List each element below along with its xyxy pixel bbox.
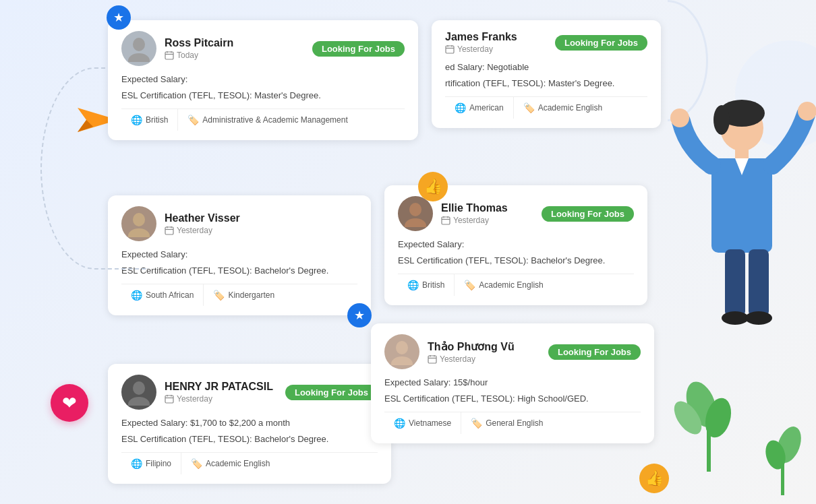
- svg-point-24: [396, 341, 408, 354]
- card-henry[interactable]: HENRY JR PATACSIL Yesterday Looking For …: [108, 364, 391, 484]
- cards-area: Ross Pitcairn Today Looking For Jobs Exp…: [108, 13, 674, 504]
- tag-specialty-heather: 🏷️ Kindergarten: [204, 284, 284, 306]
- card-header-ross: Ross Pitcairn Today Looking For Jobs: [121, 31, 405, 66]
- svg-rect-4: [165, 52, 173, 59]
- name-heather: Heather Visser: [165, 212, 357, 224]
- title-group-ross: Ross Pitcairn Today: [165, 37, 304, 60]
- tags-henry: 🌐 Filipino 🏷️ Academic English: [121, 452, 378, 474]
- globe-icon-heather: 🌐: [131, 290, 142, 301]
- illustration-figure: [668, 40, 816, 499]
- tag-specialty-ross: 🏷️ Administrative & Academic Management: [178, 109, 357, 131]
- svg-point-43: [798, 102, 816, 121]
- star-badge-mid: ★: [347, 303, 372, 327]
- salary-james: ed Salary: Negotiable: [445, 61, 647, 74]
- tag-icon-james: 🏷️: [523, 102, 535, 113]
- calendar-icon-henry: [165, 394, 174, 404]
- tag-icon-heather: 🏷️: [213, 290, 225, 301]
- heart-badge: ❤: [51, 384, 88, 422]
- svg-rect-52: [707, 418, 711, 472]
- card-thao[interactable]: Thảo Phương Vũ Yesterday Looking For Job…: [371, 323, 654, 443]
- tags-james: 🌐 American 🏷️ Academic English: [445, 96, 647, 119]
- tag-specialty-james: 🏷️ Academic English: [514, 97, 612, 119]
- tags-thao: 🌐 Vietnamese 🏷️ General English: [384, 412, 641, 434]
- card-header-thao: Thảo Phương Vũ Yesterday Looking For Job…: [384, 334, 641, 369]
- name-henry: HENRY JR PATACSIL: [165, 381, 277, 393]
- calendar-icon-ellie: [441, 216, 450, 225]
- svg-point-19: [405, 218, 426, 227]
- card-ross[interactable]: Ross Pitcairn Today Looking For Jobs Exp…: [108, 20, 418, 140]
- tag-nationality-ellie: 🌐 British: [398, 274, 455, 296]
- body-ross: Expected Salary: ESL Certification (TEFL…: [121, 73, 405, 102]
- svg-rect-55: [781, 455, 784, 495]
- card-header-heather: Heather Visser Yesterday: [121, 206, 357, 241]
- date-ross: Today: [165, 51, 304, 60]
- avatar-ellie: [398, 196, 433, 231]
- svg-point-42: [670, 108, 689, 127]
- thumbs-up-badge-bottom: 👍: [639, 464, 669, 493]
- badge-thao: Looking For Jobs: [548, 344, 641, 360]
- date-james: Yesterday: [445, 44, 547, 54]
- date-ellie: Yesterday: [441, 216, 533, 225]
- tag-specialty-henry: 🏷️ Academic English: [181, 453, 279, 474]
- tag-specialty-ellie: 🏷️ Academic English: [455, 274, 552, 296]
- date-heather: Yesterday: [165, 226, 357, 235]
- tags-ross: 🌐 British 🏷️ Administrative & Academic M…: [121, 108, 405, 131]
- star-badge-top: ★: [107, 5, 131, 30]
- title-group-heather: Heather Visser Yesterday: [165, 212, 357, 235]
- salary-henry: Expected Salary: $1,700 to $2,200 a mont…: [121, 416, 378, 430]
- tag-icon-ellie: 🏷️: [464, 280, 475, 290]
- badge-ellie: Looking For Jobs: [542, 206, 634, 222]
- body-henry: Expected Salary: $1,700 to $2,200 a mont…: [121, 416, 378, 445]
- svg-point-31: [128, 397, 150, 406]
- cert-james: rtification (TEFL, TESOL): Master's Degr…: [445, 77, 647, 90]
- badge-james: Looking For Jobs: [555, 35, 647, 51]
- card-header-henry: HENRY JR PATACSIL Yesterday Looking For …: [121, 375, 378, 410]
- avatar-henry: [121, 375, 156, 410]
- title-group-henry: HENRY JR PATACSIL Yesterday: [165, 381, 277, 404]
- title-group-thao: Thảo Phương Vũ Yesterday: [428, 340, 540, 364]
- main-container: ★ 👍 ★ ❤ 👍 Ross Pitcairn: [0, 0, 816, 504]
- avatar-ross: [121, 31, 156, 66]
- salary-ross: Expected Salary:: [121, 73, 405, 86]
- svg-rect-8: [446, 46, 454, 53]
- tag-nationality-ross: 🌐 British: [121, 109, 178, 131]
- salary-ellie: Expected Salary:: [398, 238, 634, 251]
- card-james[interactable]: James Franks Yesterday Looking For Jobs …: [432, 20, 661, 128]
- cert-henry: ESL Certification (TEFL, TESOL): Bachelo…: [121, 433, 378, 446]
- name-thao: Thảo Phương Vũ: [428, 340, 540, 353]
- card-header-james: James Franks Yesterday Looking For Jobs: [445, 31, 647, 54]
- body-ellie: Expected Salary: ESL Certification (TEFL…: [398, 238, 634, 267]
- title-group-ellie: Ellie Thomas Yesterday: [441, 202, 533, 225]
- body-james: ed Salary: Negotiable rtification (TEFL,…: [445, 61, 647, 90]
- globe-icon-james: 🌐: [455, 102, 466, 113]
- tag-icon-ross: 🏷️: [187, 115, 199, 125]
- tag-icon-henry: 🏷️: [191, 458, 202, 469]
- name-ross: Ross Pitcairn: [165, 37, 304, 49]
- card-ellie[interactable]: Ellie Thomas Yesterday Looking For Jobs …: [384, 185, 647, 305]
- date-thao: Yesterday: [428, 354, 540, 364]
- svg-rect-32: [165, 396, 173, 403]
- cert-thao: ESL Certification (TEFL, TESOL): High Sc…: [384, 392, 641, 406]
- badge-ross: Looking For Jobs: [312, 41, 405, 57]
- tag-nationality-thao: 🌐 Vietnamese: [384, 412, 461, 434]
- cert-ellie: ESL Certification (TEFL, TESOL): Bachelo…: [398, 254, 634, 267]
- globe-icon-ross: 🌐: [131, 115, 142, 125]
- svg-point-25: [391, 356, 413, 365]
- svg-point-39: [713, 105, 730, 135]
- avatar-thao: [384, 334, 419, 369]
- svg-point-46: [722, 311, 749, 325]
- svg-rect-44: [725, 249, 745, 317]
- svg-point-30: [133, 381, 145, 395]
- globe-icon-ellie: 🌐: [407, 280, 419, 290]
- svg-rect-14: [165, 227, 173, 234]
- svg-point-47: [745, 311, 772, 325]
- cert-heather: ESL Certification (TEFL, TESOL): Bachelo…: [121, 264, 357, 278]
- badge-henry: Looking For Jobs: [285, 385, 378, 400]
- tag-icon-thao: 🏷️: [471, 418, 482, 429]
- svg-point-18: [409, 203, 421, 216]
- name-james: James Franks: [445, 31, 547, 43]
- tag-nationality-henry: 🌐 Filipino: [121, 453, 181, 474]
- globe-icon-henry: 🌐: [131, 458, 142, 469]
- svg-rect-20: [442, 217, 450, 224]
- svg-rect-26: [428, 356, 436, 363]
